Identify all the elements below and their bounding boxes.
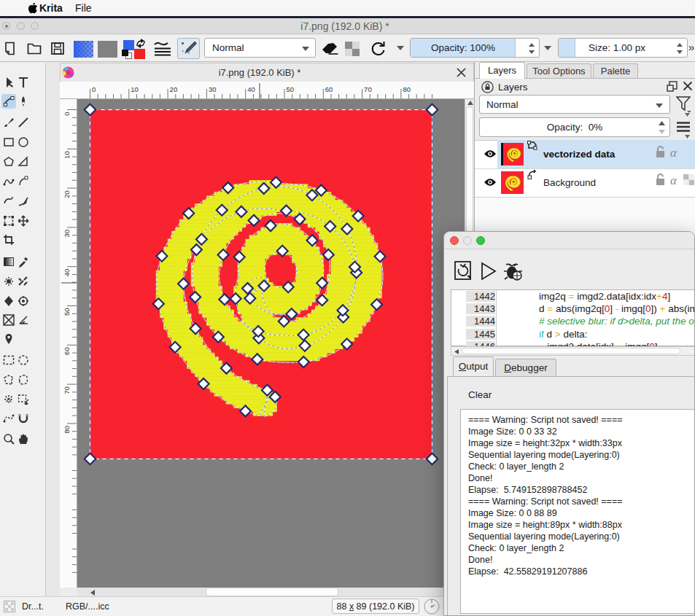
- svg-text:80: 80: [403, 85, 411, 93]
- svg-text:50: 50: [287, 85, 295, 93]
- svg-text:80: 80: [63, 426, 71, 434]
- svg-text:30: 30: [63, 230, 71, 238]
- svg-text:20: 20: [170, 85, 178, 93]
- svg-text:40: 40: [63, 269, 71, 277]
- svg-text:70: 70: [63, 386, 71, 394]
- svg-text:60: 60: [325, 85, 333, 93]
- svg-text:70: 70: [364, 85, 372, 93]
- svg-text:60: 60: [63, 347, 71, 355]
- svg-text:30: 30: [209, 85, 217, 93]
- svg-text:10: 10: [63, 151, 71, 159]
- svg-text:20: 20: [63, 190, 71, 198]
- svg-text:0: 0: [92, 85, 96, 93]
- svg-text:0: 0: [63, 112, 71, 116]
- svg-text:40: 40: [247, 85, 255, 93]
- svg-text:10: 10: [131, 85, 139, 93]
- svg-text:50: 50: [63, 308, 71, 316]
